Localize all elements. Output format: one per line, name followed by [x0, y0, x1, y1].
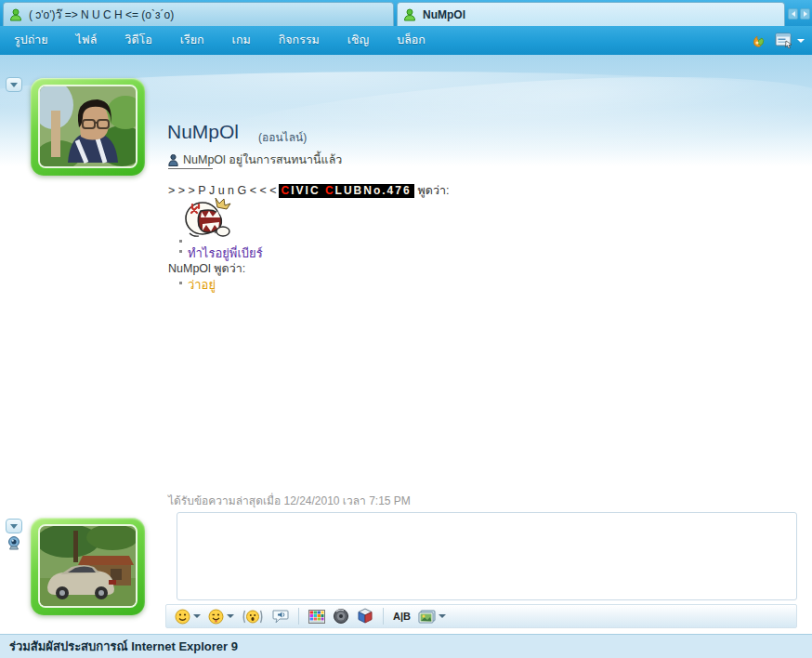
menu-video[interactable]: วิดีโอ	[111, 26, 165, 55]
color-palette-icon	[308, 610, 325, 624]
share-window-button[interactable]	[775, 33, 805, 48]
color-scheme-button[interactable]	[305, 606, 329, 626]
menu-bar: รูปถ่าย ไฟล์ วิดีโอ เรียก เกม กิจกรรม เช…	[0, 26, 812, 55]
webcam-icon	[7, 536, 21, 550]
menu-photos[interactable]: รูปถ่าย	[0, 26, 62, 55]
menu-activities[interactable]: กิจกรรม	[265, 26, 334, 55]
gift-cube-icon	[357, 608, 373, 625]
tab-label: NuMpOl	[423, 8, 465, 21]
sender-nickname-highlight: CIVIC CLUBNo.476	[279, 184, 414, 198]
toolbar-separator	[298, 608, 299, 625]
says-label: พูดว่า:	[418, 184, 450, 197]
chevron-down-icon	[193, 614, 201, 618]
smiley-icon	[175, 609, 190, 625]
conversation-tab-strip: ( ɔ'o')ว๊ => N U C H <= (o`ɜ´o) NuMpOl	[0, 0, 812, 26]
message-toolbar: A|B	[165, 604, 797, 628]
menubar-right-icons	[749, 26, 805, 55]
tab-label: ( ɔ'o')ว๊ => N U C H <= (o`ɜ´o)	[29, 6, 174, 23]
divider	[168, 168, 213, 169]
sound-button[interactable]	[329, 606, 353, 626]
list-bullet	[179, 282, 182, 284]
chevron-down-icon	[227, 614, 234, 618]
messenger-window: ( ɔ'o')ว๊ => N U C H <= (o`ɜ´o) NuMpOl ร…	[0, 0, 812, 658]
chevron-right-icon	[804, 11, 807, 17]
tab-numpol[interactable]: NuMpOl	[397, 2, 785, 26]
menu-invite[interactable]: เชิญ	[334, 26, 383, 55]
toolbar-separator	[383, 608, 384, 625]
conversation-area: NuMpOl (ออนไลน์) NuMpOl อยู่ในการสนทนานี…	[0, 55, 812, 634]
list-bullet	[179, 250, 182, 253]
last-received-timestamp: ได้รับข้อความล่าสุดเมื่อ 12/24/2010 เวลา…	[168, 492, 411, 509]
contact-name: NuMpOl	[167, 121, 239, 143]
voice-clip-button[interactable]	[268, 606, 293, 626]
chevron-down-icon	[439, 614, 446, 618]
list-bullet	[179, 240, 182, 243]
background-picker-button[interactable]	[414, 606, 450, 626]
emoticon-picker-button[interactable]	[171, 606, 204, 626]
remote-avatar[interactable]	[31, 78, 145, 176]
tab-scroll-right-button[interactable]	[800, 8, 810, 20]
webcam-button[interactable]	[7, 536, 21, 554]
menu-block[interactable]: บล็อก	[383, 26, 439, 55]
nudge-button[interactable]	[238, 606, 268, 626]
chevron-down-icon	[797, 39, 805, 43]
gift-button[interactable]	[353, 606, 377, 626]
chevron-left-icon	[792, 11, 795, 17]
font-button-icon: A|B	[393, 611, 411, 622]
tab-nuch[interactable]: ( ɔ'o')ว๊ => N U C H <= (o`ɜ´o)	[3, 2, 394, 26]
menu-games[interactable]: เกม	[218, 26, 265, 55]
message-input-box	[177, 512, 797, 600]
speaker-icon	[333, 608, 349, 625]
buddy-icon	[9, 8, 22, 21]
voice-clip-icon	[271, 609, 289, 625]
nudge-icon	[242, 609, 264, 625]
message-input[interactable]	[177, 513, 796, 599]
presence-note-row: NuMpOl อยู่ในการสนทนานี้แล้ว	[168, 151, 342, 173]
chevron-down-icon	[10, 524, 18, 529]
winks-picker-button[interactable]	[204, 606, 238, 626]
footer-promo-bar[interactable]: ร่วมสัมผัสประสบการณ์ Internet Explorer 9	[0, 634, 812, 658]
wink-icon	[208, 609, 224, 625]
menu-call[interactable]: เรียก	[166, 26, 218, 55]
person-icon	[168, 154, 178, 166]
local-avatar-photo	[38, 524, 138, 608]
buddy-icon	[403, 8, 416, 21]
presence-note: NuMpOl อยู่ในการสนทนานี้แล้ว	[183, 151, 342, 169]
tab-scroll-left-button[interactable]	[788, 8, 798, 20]
footer-promo-text: ร่วมสัมผัสประสบการณ์ Internet Explorer 9	[9, 637, 238, 656]
menu-files[interactable]: ไฟล์	[62, 26, 111, 55]
angry-emoticon-image	[180, 196, 234, 246]
share-window-icon	[775, 33, 793, 48]
sender-nickname: > > > P J u n G < < <	[168, 184, 277, 197]
background-image-icon	[418, 610, 436, 624]
font-button[interactable]: A|B	[389, 606, 414, 626]
chevron-down-icon	[10, 83, 18, 87]
contact-presence: (ออนไลน์)	[258, 128, 307, 146]
local-avatar[interactable]	[31, 518, 145, 615]
collapse-local-avatar-button[interactable]	[6, 519, 22, 533]
collapse-remote-avatar-button[interactable]	[6, 77, 22, 92]
message-text-orange: ว่าอยู่	[188, 275, 216, 295]
remote-avatar-photo	[38, 85, 138, 168]
messenger-flame-icon[interactable]	[749, 32, 767, 50]
